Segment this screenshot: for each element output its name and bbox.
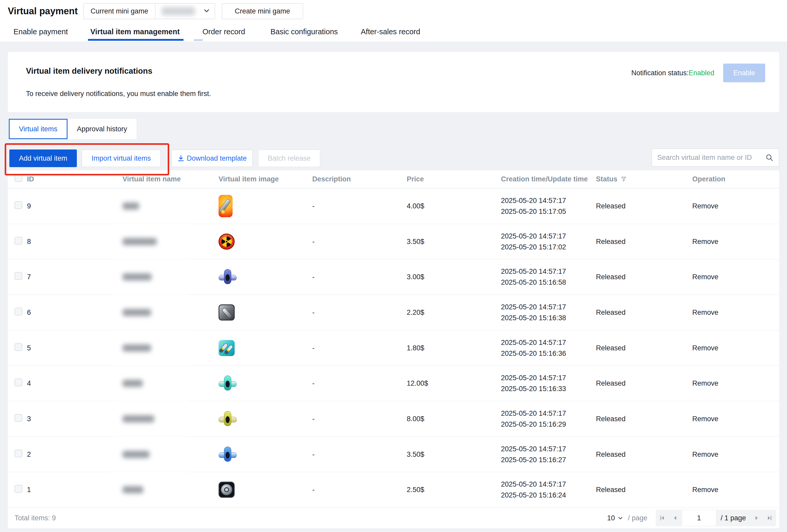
row-checkbox[interactable] <box>15 379 22 386</box>
row-checkbox[interactable] <box>15 414 22 422</box>
row-checkbox[interactable] <box>15 485 22 493</box>
row-creation-time: 2025-05-20 14:57:17 <box>501 231 566 241</box>
remove-link[interactable]: Remove <box>692 379 719 387</box>
add-virtual-item-button[interactable]: Add virtual item <box>9 149 77 167</box>
row-checkbox[interactable] <box>15 449 22 457</box>
remove-link[interactable]: Remove <box>692 486 719 494</box>
remove-link[interactable]: Remove <box>692 450 719 458</box>
table-row: 4 - 12.00$ 2025-05-20 14:57:17 2025-05-2… <box>8 366 779 401</box>
row-status: Released <box>596 379 625 387</box>
main-tabs: Enable payment Virtual item management O… <box>0 26 787 42</box>
row-creation-time: 2025-05-20 14:57:17 <box>501 266 566 277</box>
table-row: 1 - 2.50$ 2025-05-20 14:57:17 2025-05-20… <box>8 472 779 508</box>
row-price: 4.00$ <box>407 202 424 210</box>
row-creation-time: 2025-05-20 14:57:17 <box>501 408 566 419</box>
current-mini-game-select[interactable]: Current mini game <box>83 3 215 19</box>
next-page-icon[interactable] <box>750 510 763 526</box>
tab-underline-ghost <box>194 39 203 41</box>
row-times: 2025-05-20 14:57:17 2025-05-20 15:16:36 <box>501 337 566 359</box>
row-description: - <box>312 202 315 210</box>
remove-link[interactable]: Remove <box>692 273 719 281</box>
row-description: - <box>312 486 315 494</box>
current-mini-game-label: Current mini game <box>84 7 155 15</box>
row-times: 2025-05-20 14:57:17 2025-05-20 15:17:02 <box>501 231 566 253</box>
search-icon[interactable] <box>765 153 773 162</box>
table-row: 2 - 3.50$ 2025-05-20 14:57:17 2025-05-20… <box>8 437 779 472</box>
total-items-label: Total items: 9 <box>15 514 56 522</box>
search-input[interactable] <box>652 154 765 162</box>
row-description: - <box>312 237 315 246</box>
row-update-time: 2025-05-20 15:16:24 <box>501 490 566 501</box>
ship-teal-icon <box>218 375 237 391</box>
table-row: 8 - 3.50$ 2025-05-20 14:57:17 2025-05-20… <box>8 224 779 259</box>
tab-after-sales-record[interactable]: After-sales record <box>361 27 420 36</box>
row-price: 1.80$ <box>407 344 424 352</box>
row-checkbox[interactable] <box>15 307 22 315</box>
page-title: Virtual payment <box>8 6 78 17</box>
row-creation-time: 2025-05-20 14:57:17 <box>501 373 566 383</box>
remove-link[interactable]: Remove <box>692 237 719 246</box>
table-row: 7 - 3.00$ 2025-05-20 14:57:17 2025-05-20… <box>8 259 779 295</box>
row-status: Released <box>596 237 625 246</box>
current-mini-game-value-blurred <box>162 7 195 15</box>
download-template-button[interactable]: Download template <box>171 149 253 167</box>
row-name-blurred <box>123 309 151 316</box>
remove-link[interactable]: Remove <box>692 202 719 210</box>
row-id: 7 <box>27 273 31 281</box>
row-description: - <box>312 308 315 316</box>
per-page-label: / page <box>628 514 647 522</box>
remove-link[interactable]: Remove <box>692 308 719 316</box>
import-virtual-items-button[interactable]: Import virtual items <box>82 149 161 167</box>
last-page-icon[interactable] <box>763 510 776 526</box>
tab-enable-payment[interactable]: Enable payment <box>14 27 68 36</box>
row-checkbox[interactable] <box>15 237 22 244</box>
bullet-gray-icon <box>218 304 235 320</box>
page-buttons-group: 1 / 1 page <box>656 510 776 526</box>
ship-yellow-icon <box>218 410 237 427</box>
batch-release-button[interactable]: Batch release <box>258 149 320 167</box>
row-description: - <box>312 450 315 458</box>
row-name-blurred <box>123 451 149 458</box>
row-creation-time: 2025-05-20 14:57:17 <box>501 479 566 490</box>
subtab-approval-history[interactable]: Approval history <box>67 119 136 139</box>
current-page[interactable]: 1 <box>682 510 717 526</box>
col-price: Price <box>407 175 424 183</box>
row-times: 2025-05-20 14:57:17 2025-05-20 15:16:33 <box>501 373 566 394</box>
create-mini-game-button[interactable]: Create mini game <box>222 3 303 19</box>
page-size-select[interactable]: 10 / page <box>607 514 647 522</box>
select-all-checkbox[interactable] <box>15 174 22 182</box>
missiles-teal-icon <box>218 340 235 356</box>
row-name-blurred <box>123 238 157 245</box>
row-id: 9 <box>27 202 31 210</box>
page-total-label: / 1 page <box>717 510 750 526</box>
row-creation-time: 2025-05-20 14:57:17 <box>501 195 566 206</box>
tab-basic-configurations[interactable]: Basic configurations <box>271 27 338 36</box>
row-name-blurred <box>123 415 154 423</box>
table-row: 5 - 1.80$ 2025-05-20 14:57:17 2025-05-20… <box>8 331 779 366</box>
row-times: 2025-05-20 14:57:17 2025-05-20 15:16:24 <box>501 479 566 501</box>
first-page-icon[interactable] <box>656 510 668 526</box>
row-description: - <box>312 415 315 423</box>
prev-page-icon[interactable] <box>668 510 682 526</box>
row-price: 3.00$ <box>407 273 424 281</box>
funnel-icon[interactable] <box>621 176 627 182</box>
content-area: Virtual item delivery notifications To r… <box>0 42 787 532</box>
virtual-item-image <box>218 446 237 463</box>
subtab-virtual-items[interactable]: Virtual items <box>9 119 67 139</box>
remove-link[interactable]: Remove <box>692 415 719 423</box>
row-price: 8.00$ <box>407 415 424 423</box>
row-update-time: 2025-05-20 15:16:58 <box>501 277 566 288</box>
row-checkbox[interactable] <box>15 272 22 280</box>
row-checkbox[interactable] <box>15 201 22 209</box>
card-description: To receive delivery notifications, you m… <box>26 90 211 98</box>
virtual-item-image <box>218 195 233 217</box>
tab-virtual-item-management[interactable]: Virtual item management <box>90 27 179 36</box>
remove-link[interactable]: Remove <box>692 344 719 352</box>
row-update-time: 2025-05-20 15:16:29 <box>501 419 566 430</box>
enable-button[interactable]: Enable <box>723 64 765 82</box>
tab-order-record[interactable]: Order record <box>203 27 245 36</box>
row-checkbox[interactable] <box>15 343 22 351</box>
virtual-item-image <box>218 340 235 356</box>
row-name-blurred <box>123 273 152 280</box>
col-virtual-item-image: Virtual item image <box>218 175 279 183</box>
